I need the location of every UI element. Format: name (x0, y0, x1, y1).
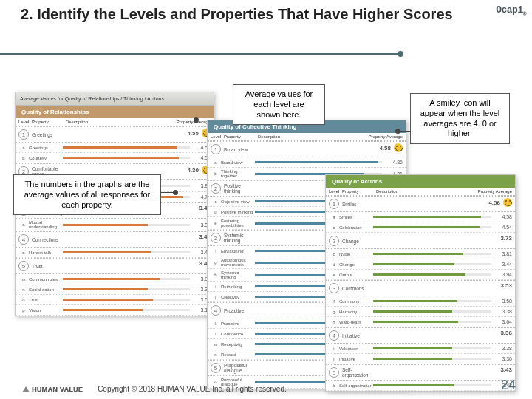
property-bar (255, 159, 382, 166)
property-bar (373, 224, 491, 231)
level-header: 5Self-organization3.43 (326, 364, 515, 381)
property-letter: o (18, 298, 29, 302)
property-bar (373, 298, 491, 304)
property-row: hWard-team3.64 (326, 317, 515, 327)
property-letter: a (18, 250, 29, 255)
level-number: 3 (211, 233, 221, 243)
level-number: 5 (329, 367, 339, 378)
property-row: fCommons3.58 (326, 296, 515, 307)
level-block: 2Change3.73cNyble3.81dChange3.44eOutput3… (326, 233, 515, 280)
property-row: oTrust3.55 (16, 295, 214, 305)
level-number: 3 (329, 283, 339, 293)
property-letter: g (211, 260, 221, 265)
level-name: Broad view (224, 147, 253, 152)
property-letter: p (18, 308, 29, 313)
property-name: Confidence (221, 332, 255, 336)
property-bar (373, 345, 491, 352)
property-name: Initiative (339, 357, 373, 361)
property-bar (63, 154, 190, 161)
property-letter: e (329, 273, 339, 277)
level-block: 1Greetings4.55aGreetings4.50bCourtesy4.5… (16, 126, 214, 163)
property-row: cNyble3.81 (326, 249, 515, 259)
property-bar (373, 214, 491, 220)
level-number: 1 (211, 144, 221, 154)
property-name: Output (339, 273, 373, 277)
property-row: aBroad view4.86 (208, 157, 406, 168)
property-letter: j (329, 357, 339, 361)
property-letter: i (329, 347, 339, 351)
property-name: Fostering possibilities (221, 219, 255, 228)
property-name: Autonomous movements (221, 258, 255, 267)
property-letter: c (329, 252, 339, 256)
triangle-icon (22, 386, 30, 392)
level-name: Trust (32, 264, 61, 269)
level-average: 3.73 (500, 235, 512, 242)
property-row: aGreetings4.50 (16, 143, 214, 153)
level-block: 1Smiles4.56aSmiles4.58bCelebration4.54 (326, 196, 515, 233)
property-name: Social action (29, 287, 63, 292)
property-bar (373, 355, 491, 362)
connector (197, 120, 233, 120)
property-value: 3.64 (491, 319, 512, 324)
property-bar (63, 222, 190, 228)
title-underline (0, 53, 399, 55)
property-row: mCommon roles3.81 (16, 274, 214, 284)
property-name: Courtesy (29, 156, 63, 160)
property-name: Receptivity (221, 342, 255, 347)
property-row: iVolunteer3.38 (326, 344, 515, 354)
property-bar (63, 276, 190, 282)
connector (161, 192, 174, 193)
property-letter: k (211, 321, 221, 326)
property-name: Volunteer (339, 347, 373, 351)
property-name: Nyble (339, 252, 373, 256)
property-bar (63, 144, 190, 151)
property-letter: f (211, 249, 221, 253)
property-bar (373, 261, 491, 267)
property-name: Harmony (339, 310, 373, 314)
property-value: 4.58 (491, 214, 512, 219)
property-name: Greetings (29, 146, 63, 150)
smiley-icon (503, 198, 512, 207)
property-value: 3.58 (491, 299, 512, 304)
property-name: Thinking together (221, 169, 255, 178)
property-letter: a (211, 160, 221, 165)
property-value: 3.36 (491, 356, 512, 361)
level-name: Change (342, 239, 372, 244)
property-letter: d (211, 210, 221, 214)
column-headers: LevelPropertyDescriptionProperty Average (326, 188, 515, 196)
property-letter: e (211, 221, 221, 225)
property-name: Ward-team (339, 320, 373, 324)
property-row: gHarmony3.38 (326, 307, 515, 317)
property-letter: b (211, 171, 221, 176)
level-average: 3.53 (500, 282, 512, 289)
property-letter: h (329, 320, 339, 324)
level-header: 2Change3.73 (326, 233, 515, 249)
level-header: 3Commons3.53 (326, 280, 515, 296)
property-row: bCelebration4.54 (326, 222, 515, 233)
property-letter: n (211, 352, 221, 357)
property-name: Broad view (221, 160, 255, 165)
level-average: 3.43 (500, 366, 512, 373)
property-bar (373, 308, 491, 315)
level-number: 4 (18, 234, 29, 245)
callout-smiley-rule: A smiley icon will appear when the level… (410, 93, 510, 144)
property-letter: m (211, 342, 221, 347)
property-letter: n (18, 287, 29, 292)
property-letter: f (329, 299, 339, 304)
property-name: Smiles (339, 215, 373, 219)
property-name: Mutual understanding (29, 220, 63, 229)
connector (399, 131, 410, 132)
property-letter: b (18, 156, 29, 160)
property-name: Rethinking (221, 284, 255, 289)
property-bar (63, 249, 190, 256)
human-value-logo: HUMAN VALUE (22, 386, 83, 393)
levels-container: 1Greetings4.55aGreetings4.50bCourtesy4.5… (16, 126, 214, 316)
property-letter: g (329, 310, 339, 314)
level-header: 1Greetings4.55 (16, 126, 214, 143)
property-row: pVision3.15 (16, 305, 214, 316)
property-value: 3.38 (491, 346, 512, 351)
brand-logo: Ocapi® (496, 4, 526, 17)
level-header: 5Trust3.44 (16, 258, 214, 274)
property-letter: i (211, 284, 221, 289)
level-name: Greetings (32, 132, 61, 137)
